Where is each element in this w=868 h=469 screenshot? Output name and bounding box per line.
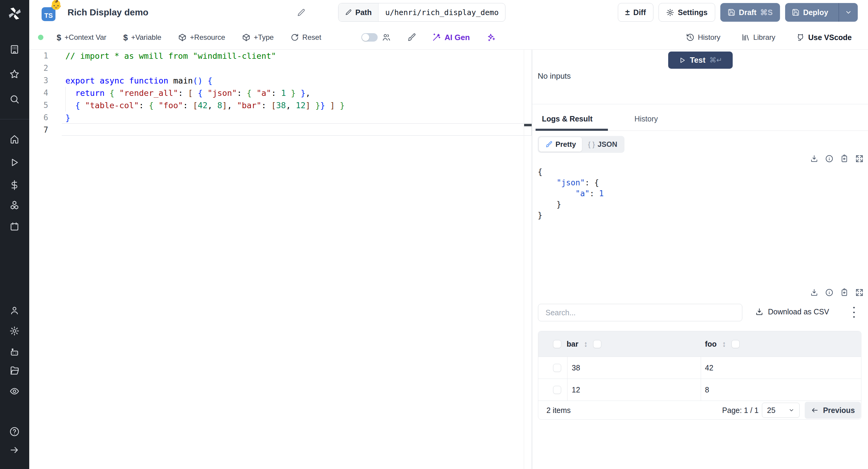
home-icon[interactable]	[9, 134, 20, 145]
folders-icon[interactable]	[9, 366, 20, 376]
diff-icon: ±	[625, 8, 630, 17]
download-icon[interactable]	[810, 155, 818, 163]
overview-ruler-cursor-marker	[524, 124, 532, 126]
column-header-foo[interactable]: foo	[705, 340, 717, 348]
add-resource-button[interactable]: +Resource	[178, 33, 225, 41]
audit-eye-icon[interactable]	[9, 386, 20, 396]
json-label: JSON	[598, 140, 617, 149]
code-editor[interactable]: 1 2 3 4 5 6 7 // import * as wmill from …	[29, 50, 532, 469]
row-checkbox[interactable]	[553, 364, 561, 372]
draft-button[interactable]: Draft ⌘S	[720, 3, 780, 22]
info-icon[interactable]	[825, 155, 833, 163]
tab-logs-result[interactable]: Logs & Result	[542, 115, 592, 123]
format-brush-icon[interactable]	[407, 33, 415, 42]
preview-panel: Test ⌘↵ No inputs Logs & Result History …	[532, 50, 868, 469]
download-csv-label: Download as CSV	[768, 307, 829, 316]
history-label: History	[698, 33, 720, 41]
ai-gen-label: AI Gen	[444, 33, 470, 42]
resources-boxes-icon[interactable]	[9, 200, 20, 210]
line-number-active: 7	[30, 124, 48, 136]
add-variable-button[interactable]: $ +Variable	[123, 33, 161, 41]
current-line-highlight	[62, 123, 532, 136]
test-run-button[interactable]: Test ⌘↵	[668, 52, 733, 69]
favorites-star-icon[interactable]	[9, 69, 20, 79]
add-type-label: +Type	[254, 33, 274, 41]
table-row[interactable]: 12 8	[538, 379, 861, 401]
copy-clipboard-icon[interactable]	[840, 288, 848, 296]
schedules-calendar-icon[interactable]	[9, 222, 20, 232]
windmill-logo[interactable]	[7, 6, 22, 21]
settings-gear-icon[interactable]	[9, 326, 20, 336]
section-divider	[532, 104, 868, 104]
deploy-main[interactable]: Deploy	[785, 3, 835, 22]
add-type-button[interactable]: +Type	[242, 33, 274, 41]
reset-button[interactable]: Reset	[290, 33, 321, 41]
settings-button[interactable]: Settings	[658, 3, 715, 22]
dollar-icon: $	[123, 33, 128, 41]
runs-play-icon[interactable]	[9, 157, 20, 167]
path-button[interactable]: Path u/henri/rich_display_demo	[338, 3, 505, 22]
info-icon[interactable]	[825, 288, 833, 296]
page-size-select[interactable]: 25	[762, 403, 800, 418]
table-search-input[interactable]	[538, 304, 742, 321]
history-button[interactable]: History	[686, 33, 720, 41]
sort-icon[interactable]: ↕	[722, 340, 726, 348]
table-menu-kebab[interactable]	[852, 307, 855, 318]
download-icon	[755, 308, 764, 316]
braces-icon: { }	[588, 140, 595, 149]
app-sidebar	[0, 0, 29, 469]
history-clock-icon	[686, 33, 694, 41]
save-icon	[792, 8, 800, 16]
use-vscode-button[interactable]: Use VScode	[796, 33, 852, 42]
result-table: bar ↕ foo ↕ 38 42 12 8 2 items Page: 1 /…	[538, 331, 861, 419]
code-line-3: export async function main() {	[65, 74, 213, 87]
deploy-dropdown[interactable]	[838, 3, 858, 22]
ai-gen-button[interactable]: AI Gen	[432, 33, 470, 42]
result-json-line: {	[538, 166, 542, 177]
code-line-6: }	[65, 112, 70, 124]
column-checkbox[interactable]	[732, 340, 740, 348]
sparkles-icon[interactable]	[487, 33, 496, 42]
download-icon[interactable]	[810, 288, 818, 296]
json-toggle-button[interactable]: { } JSON	[582, 137, 623, 152]
expand-icon[interactable]	[855, 155, 864, 163]
tab-history[interactable]: History	[634, 115, 658, 123]
diff-label: Diff	[633, 8, 646, 17]
package-icon	[178, 33, 187, 41]
table-row[interactable]: 38 42	[538, 356, 861, 379]
workers-robot-icon[interactable]	[9, 347, 20, 357]
cell-bar: 12	[572, 379, 580, 401]
top-header: TS 👶 Rich Display demo Path u/henri/rich…	[29, 0, 868, 25]
path-value: u/henri/rich_display_demo	[378, 3, 505, 22]
result-json-line: }	[538, 199, 561, 210]
copy-clipboard-icon[interactable]	[840, 155, 848, 163]
add-context-var-button[interactable]: $ +Context Var	[57, 33, 106, 41]
search-icon[interactable]	[9, 94, 20, 104]
sort-icon[interactable]: ↕	[584, 340, 588, 348]
column-header-bar[interactable]: bar	[567, 340, 578, 348]
pretty-toggle-button[interactable]: Pretty	[539, 137, 582, 152]
editor-toolbar: $ +Context Var $ +Variable +Resource +Ty…	[29, 25, 868, 50]
workspace-building-icon[interactable]	[9, 44, 20, 55]
expand-sidebar-arrow-icon[interactable]	[9, 445, 20, 455]
expand-icon[interactable]	[855, 288, 864, 296]
collab-toggle[interactable]	[361, 33, 378, 41]
select-all-checkbox[interactable]	[553, 340, 561, 348]
edit-pencil-icon[interactable]	[297, 8, 305, 17]
row-checkbox[interactable]	[553, 386, 561, 394]
collaborators-icon[interactable]	[382, 33, 391, 42]
previous-page-button[interactable]: Previous	[805, 402, 861, 419]
magic-wand-icon	[432, 33, 441, 42]
column-checkbox[interactable]	[593, 340, 601, 348]
deploy-button[interactable]: Deploy	[785, 3, 858, 22]
cell-bar: 38	[572, 357, 580, 379]
variables-dollar-icon[interactable]	[9, 180, 20, 190]
help-icon[interactable]	[9, 427, 20, 437]
diff-button[interactable]: ± Diff	[618, 3, 653, 22]
vscode-icon	[796, 33, 805, 41]
line-number: 3	[30, 74, 48, 87]
download-csv-button[interactable]: Download as CSV	[755, 307, 829, 316]
test-shortcut: ⌘↵	[710, 56, 722, 64]
library-button[interactable]: Library	[741, 33, 775, 41]
users-icon[interactable]	[9, 305, 20, 316]
